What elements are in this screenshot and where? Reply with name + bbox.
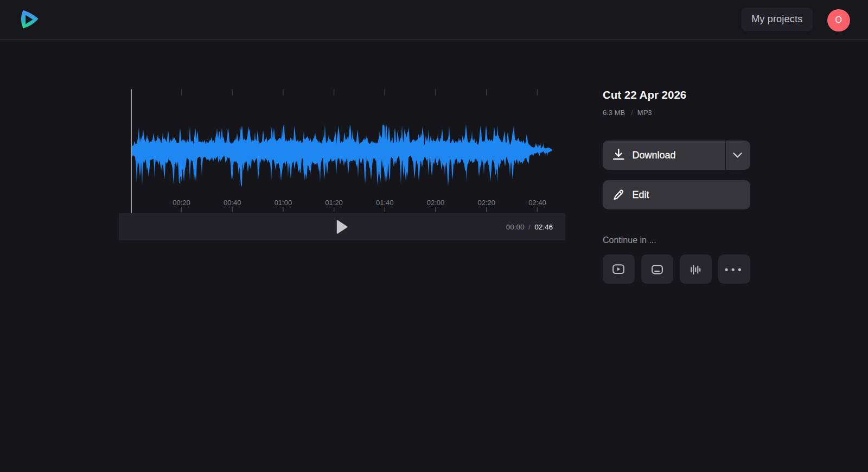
svg-text:02:20: 02:20 xyxy=(477,199,495,207)
svg-text:00:20: 00:20 xyxy=(173,199,190,207)
svg-text:00:40: 00:40 xyxy=(224,199,241,207)
svg-text:01:40: 01:40 xyxy=(376,199,394,207)
svg-text:01:20: 01:20 xyxy=(325,199,343,207)
svg-text:02:40: 02:40 xyxy=(528,199,546,207)
svg-text:01:00: 01:00 xyxy=(275,199,292,207)
svg-text:02:00: 02:00 xyxy=(427,199,445,207)
